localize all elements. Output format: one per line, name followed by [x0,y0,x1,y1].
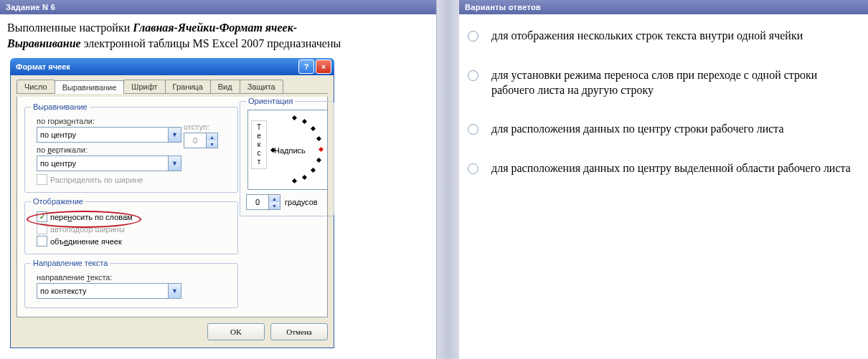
q-plain-2: электронной таблицы MS Excel 2007 предна… [81,37,341,49]
checkbox-wrap-text[interactable]: ✓переносить по словам [37,211,232,222]
group-display-legend: Отображение [31,197,85,206]
radio-icon[interactable] [468,70,478,81]
combo-text-direction[interactable]: по контексту▼ [37,283,181,299]
tab-border[interactable]: Граница [165,80,211,93]
checkbox-autofit-label: автоподбор ширины [50,225,125,234]
spinner-indent[interactable]: 0▲▼ [184,133,218,148]
chevron-down-icon[interactable]: ▼ [207,140,217,148]
combo-horizontal[interactable]: по центру▼ [37,127,181,143]
orientation-label: Надпись [274,146,306,155]
checkbox-wrap-text-label: переносить по словам [50,213,133,221]
q-plain-1: Выполненные настройки [7,21,133,34]
pane-divider [437,0,459,359]
question-text: Выполненные настройки Главная-Ячейки-Фор… [7,20,429,51]
checkbox-distribute: Распределять по ширине [37,174,232,185]
answer-text: для установки режима переноса слов при п… [491,68,859,98]
close-button[interactable]: × [316,59,331,74]
chevron-down-icon[interactable]: ▼ [168,284,181,298]
radio-icon[interactable] [468,124,478,135]
tab-alignment[interactable]: Выравнивание [55,80,125,94]
answer-option[interactable]: для расположения данных по центру строки… [468,122,859,137]
group-orientation-legend: Ориентация [246,97,295,105]
combo-vertical[interactable]: по центру▼ [37,155,181,171]
dialog-titlebar[interactable]: Формат ячеек ? × [10,58,334,75]
combo-text-direction-value: по контексту [37,287,168,295]
q-bold-1: Главная-Ячейки-Формат ячеек- [133,21,297,34]
radio-icon[interactable] [468,163,478,174]
answer-option[interactable]: для расположения данных по центру выделе… [468,161,859,176]
answer-text: для расположения данных по центру строки… [491,122,784,137]
combo-vertical-value: по центру [37,159,168,168]
answer-option[interactable]: для отображения нескольких строк текста … [468,29,859,44]
tab-protection[interactable]: Защита [240,80,283,93]
spinner-degrees-value: 0 [247,198,268,206]
tab-fill[interactable]: Вид [210,80,240,93]
answer-text: для отображения нескольких строк текста … [491,29,803,44]
group-alignment-legend: Выравнивание [31,102,90,111]
tab-font[interactable]: Шрифт [123,80,165,93]
orientation-vertical-text[interactable]: Текст [251,120,267,169]
checkbox-autofit: автоподбор ширины [37,224,232,234]
tab-strip: Число Выравнивание Шрифт Граница Вид Защ… [16,80,328,94]
label-degrees: градусов [285,198,318,206]
cancel-button[interactable]: Отмена [270,323,328,340]
left-header: Задание N 6 [0,0,436,14]
combo-horizontal-value: по центру [37,130,168,139]
checkbox-merge-cells[interactable]: объединение ячеек [37,236,232,246]
chevron-down-icon[interactable]: ▼ [269,202,280,209]
ok-button[interactable]: OK [207,323,265,340]
right-header: Варианты ответов [459,0,868,14]
help-button[interactable]: ? [298,59,314,74]
format-cells-dialog: Формат ячеек ? × Число Выравнивание Шриф… [10,58,334,348]
q-bold-2: Выравнивание [7,37,81,49]
answer-option[interactable]: для установки режима переноса слов при п… [468,68,859,98]
orientation-dial[interactable]: Текст Надпись [247,110,328,190]
chevron-down-icon[interactable]: ▼ [168,156,181,171]
spinner-degrees[interactable]: 0▲▼ [246,194,280,210]
chevron-down-icon[interactable]: ▼ [168,128,181,142]
label-text-direction: направление текста: [37,273,232,282]
group-text-direction-legend: Направление текста [31,259,110,267]
checkbox-distribute-label: Распределять по ширине [50,176,143,184]
radio-icon[interactable] [468,31,478,42]
chevron-up-icon[interactable]: ▲ [269,195,280,202]
spinner-indent-value: 0 [184,136,206,145]
answer-text: для расположения данных по центру выделе… [491,161,851,176]
tab-number[interactable]: Число [16,80,55,93]
dialog-title: Формат ячеек [16,62,297,71]
label-indent: отступ: [184,123,218,131]
checkbox-merge-cells-label: объединение ячеек [50,237,122,246]
chevron-up-icon[interactable]: ▲ [207,133,217,140]
